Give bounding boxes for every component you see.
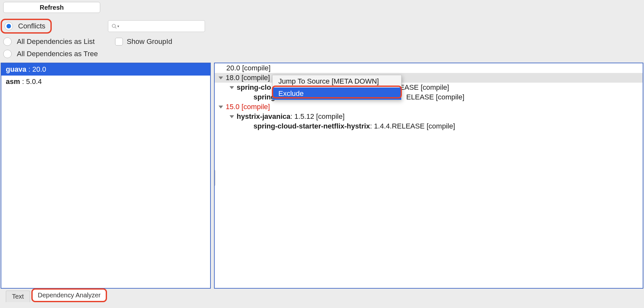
svg-line-1 [115,27,116,28]
dependency-list[interactable]: guava : 20.0 asm : 5.0.4 [1,63,211,289]
bottom-tabs: Text Dependency Analyzer [0,289,644,303]
panels: guava : 20.0 asm : 5.0.4 20.0 [compile] … [0,63,644,289]
search-icon [112,24,117,29]
menu-item-exclude[interactable]: Exclude [273,87,401,100]
list-item[interactable]: asm : 5.0.4 [1,76,210,88]
conflicts-highlight: Conflicts [1,19,52,34]
toolbar: Refresh Conflicts ▾ All Dependencies as … [0,0,644,63]
chevron-down-icon[interactable] [230,86,234,89]
menu-item-jump-to-source[interactable]: Jump To Source [META DOWN] [273,75,401,87]
refresh-button[interactable]: Refresh [3,2,100,13]
checkbox-show-groupid-label: Show GroupId [127,37,172,46]
tree-row[interactable]: hystrix-javanica : 1.5.12 [compile] [215,112,643,121]
radio-conflicts[interactable] [5,22,13,30]
tree-row[interactable]: 15.0 [compile] [215,102,643,112]
checkbox-show-groupid[interactable] [115,38,123,46]
context-menu: Jump To Source [META DOWN] Exclude [272,75,402,100]
dep-version: 20.0 [32,65,46,73]
dep-version: 5.0.4 [26,77,42,86]
svg-point-0 [112,24,115,27]
tree-row[interactable]: 20.0 [compile] [215,63,643,73]
tab-dependency-analyzer[interactable]: Dependency Analyzer [31,288,107,302]
list-item[interactable]: guava : 20.0 [1,63,210,76]
search-input[interactable]: ▾ [108,20,205,32]
tree-row[interactable]: spring-cloud-starter-netflix-hystrix : 1… [215,121,643,131]
tab-text[interactable]: Text [6,291,30,302]
chevron-down-icon[interactable] [219,77,223,79]
radio-all-list[interactable] [3,37,12,46]
dependency-tree[interactable]: 20.0 [compile] 18.0 [compile] spring-clo… [214,63,643,289]
chevron-down-icon[interactable] [230,115,234,118]
radio-all-tree[interactable] [3,50,12,58]
radio-all-list-label: All Dependencies as List [17,37,95,46]
chevron-down-icon[interactable] [219,106,223,108]
dep-name: guava [6,65,27,73]
search-dropdown-icon[interactable]: ▾ [117,24,119,28]
radio-all-tree-label: All Dependencies as Tree [17,50,98,58]
splitter-handle[interactable] [214,170,215,186]
dep-name: asm [6,77,20,86]
radio-conflicts-label: Conflicts [18,22,45,30]
